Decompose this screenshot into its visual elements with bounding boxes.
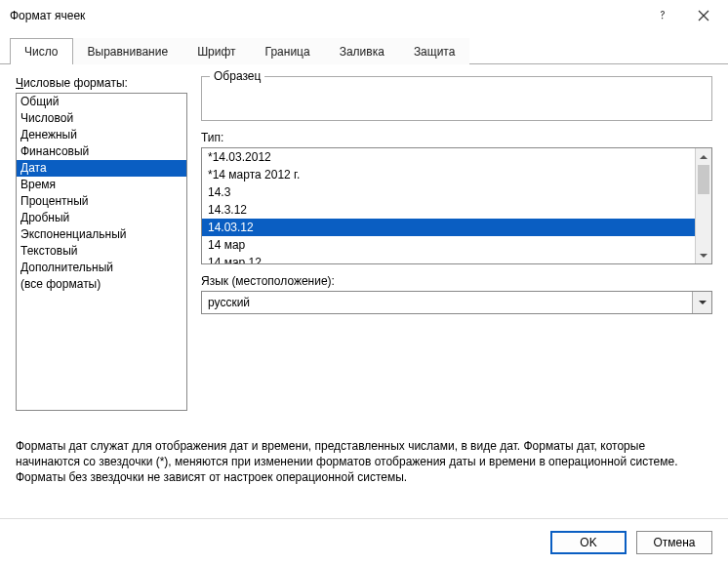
tab-border[interactable]: Граница [251,38,325,64]
list-item[interactable]: Время [17,177,186,193]
chevron-up-icon [700,153,708,161]
list-item[interactable]: Общий [17,94,186,110]
help-button[interactable] [642,2,683,29]
scroll-up-button[interactable] [696,148,711,165]
tab-fill[interactable]: Заливка [325,38,399,64]
tab-alignment[interactable]: Выравнивание [73,38,183,64]
list-item[interactable]: 14.03.12 [202,219,695,236]
list-item[interactable]: Экспоненциальный [17,226,186,243]
scroll-down-button[interactable] [696,247,711,263]
help-icon [657,10,668,21]
list-item[interactable]: *14 марта 2012 г. [202,166,695,183]
description-text: Форматы дат служат для отображения дат и… [16,438,712,485]
locale-label: Язык (местоположение): [201,274,712,288]
tab-protection[interactable]: Защита [399,38,470,64]
locale-combobox[interactable]: русский [201,291,712,314]
sample-label: Образец [210,69,264,83]
type-label: Тип: [201,131,712,144]
list-item[interactable]: (все форматы) [17,276,186,293]
list-item[interactable]: Денежный [17,127,186,143]
list-item[interactable]: 14 мар [202,236,695,254]
category-listbox[interactable]: Общий Числовой Денежный Финансовый Дата … [16,93,187,411]
close-button[interactable] [683,2,724,29]
list-item[interactable]: Дробный [17,210,186,226]
dialog-footer: OK Отмена [0,518,728,565]
sample-box: Образец [201,76,712,121]
list-item[interactable]: *14.03.2012 [202,148,695,166]
list-item[interactable]: 14.3 [202,183,695,201]
type-listbox[interactable]: *14.03.2012 *14 марта 2012 г. 14.3 14.3.… [201,147,712,264]
list-item[interactable]: Текстовый [17,243,186,260]
list-item[interactable]: Числовой [17,110,186,127]
titlebar: Формат ячеек [0,0,728,31]
tab-number[interactable]: Число [10,38,73,64]
locale-value: русский [202,296,692,309]
scrollbar[interactable] [695,148,711,263]
scrollbar-track[interactable] [696,165,711,247]
tab-bar: Число Выравнивание Шрифт Граница Заливка… [0,37,728,64]
list-item[interactable]: 14.3.12 [202,201,695,219]
list-item[interactable]: Дополнительный [17,260,186,276]
chevron-down-icon [700,252,708,260]
scrollbar-thumb[interactable] [698,165,709,194]
list-item[interactable]: Дата [17,160,186,177]
dialog-title: Формат ячеек [10,9,642,22]
tab-font[interactable]: Шрифт [182,38,250,64]
list-item[interactable]: Процентный [17,193,186,210]
cancel-button[interactable]: Отмена [636,531,712,554]
list-item[interactable]: 14 мар 12 [202,254,695,263]
dropdown-button[interactable] [692,292,711,313]
list-item[interactable]: Финансовый [17,143,186,160]
ok-button[interactable]: OK [550,531,627,554]
category-label: Числовые форматы: [16,76,187,90]
chevron-down-icon [699,299,707,306]
close-icon [698,10,709,21]
